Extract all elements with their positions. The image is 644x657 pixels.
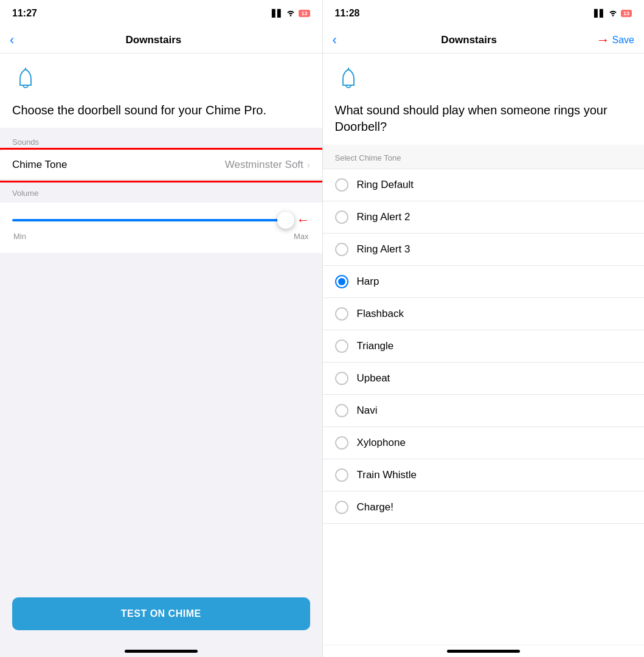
left-home-indicator [0,645,322,657]
left-home-bar [125,650,198,653]
radio-button[interactable] [335,178,348,192]
right-home-indicator [323,645,645,657]
radio-inner [338,278,345,285]
radio-button[interactable] [335,372,348,385]
radio-button[interactable] [335,307,348,321]
left-bell-section: Choose the doorbell sound for your Chime… [0,54,322,128]
tone-name: Harp [357,276,379,288]
right-main-content: What sound should play when someone ring… [323,54,645,645]
tone-name: Train Whistle [357,469,417,481]
tone-list: Ring DefaultRing Alert 2Ring Alert 3Harp… [323,169,645,645]
radio-button[interactable] [335,436,348,450]
right-red-arrow-icon: → [597,32,610,48]
right-time: 11:28 [335,8,360,19]
chime-tone-value-text: Westminster Soft [225,159,303,171]
tone-item[interactable]: Ring Alert 3 [323,234,645,266]
radio-button[interactable] [335,275,348,288]
right-question-text: What sound should play when someone ring… [335,102,632,135]
right-bell-icon-wrap [335,66,632,95]
chime-tone-container: Chime Tone Westminster Soft › [0,150,322,180]
left-status-bar: 11:27 ▋▋ 13 [0,0,322,27]
bell-description-text: Choose the doorbell sound for your Chime… [12,102,310,118]
volume-section-label: Volume [0,180,322,203]
red-arrow-icon: ← [297,212,310,228]
chime-tone-row[interactable]: Chime Tone Westminster Soft › [0,150,322,180]
tone-name: Ring Alert 2 [357,211,410,223]
tone-item[interactable]: Triangle [323,330,645,363]
test-button-section: TEST ON CHIME [0,588,322,645]
tone-name: Navi [357,405,378,417]
tone-item[interactable]: Harp [323,266,645,298]
right-status-bar: 11:28 ▋▋ 13 [323,0,645,27]
select-chime-tone-label: Select Chime Tone [323,145,645,169]
left-status-icons: ▋▋ 13 [272,9,310,18]
chime-tone-value: Westminster Soft › [225,159,310,171]
right-signal-icon: ▋▋ [594,9,605,18]
tone-item[interactable]: Train Whistle [323,459,645,492]
radio-button[interactable] [335,468,348,482]
tone-name: Ring Alert 3 [357,243,410,255]
right-nav-bar: ‹ Downstairs → Save [323,27,645,54]
tone-name: Triangle [357,340,394,352]
tone-item[interactable]: Ring Default [323,169,645,201]
radio-button[interactable] [335,501,348,514]
tone-name: Upbeat [357,372,390,384]
right-home-bar [447,650,520,653]
right-panel: 11:28 ▋▋ 13 ‹ Downstairs → Save [322,0,645,657]
wifi-icon [286,9,296,18]
left-back-button[interactable]: ‹ [10,32,14,48]
tone-name: Xylophone [357,437,406,449]
left-main-content: Choose the doorbell sound for your Chime… [0,54,322,645]
volume-labels: Min Max [12,232,310,241]
right-bell-section: What sound should play when someone ring… [323,54,645,145]
bell-icon-wrap [12,66,310,95]
right-battery-badge: 13 [621,10,632,17]
radio-button[interactable] [335,404,348,417]
volume-thumb[interactable] [277,212,294,229]
left-spacer [0,253,322,588]
volume-max-label: Max [294,232,309,241]
right-status-icons: ▋▋ 13 [594,9,632,18]
radio-button[interactable] [335,339,348,353]
tone-item[interactable]: Ring Alert 2 [323,201,645,234]
left-nav-bar: ‹ Downstairs [0,27,322,54]
chime-tone-label: Chime Tone [12,159,67,171]
tone-name: Charge! [357,501,393,513]
volume-section: ← Min Max [0,203,322,253]
radio-button[interactable] [335,210,348,224]
left-panel: 11:27 ▋▋ 13 ‹ Downstairs Choose the door… [0,0,322,657]
tone-item[interactable]: Flashback [323,298,645,330]
right-wifi-icon [608,9,618,18]
left-time: 11:27 [12,8,37,19]
right-nav-right: → Save [597,32,634,48]
volume-min-label: Min [13,232,26,241]
right-bell-icon [335,66,362,92]
test-on-chime-button[interactable]: TEST ON CHIME [12,597,310,630]
tone-item[interactable]: Xylophone [323,427,645,459]
sounds-section-label: Sounds [0,128,322,150]
tone-item[interactable]: Charge! [323,492,645,524]
right-nav-title: Downstairs [342,34,597,46]
volume-slider-wrap: ← [12,212,310,228]
signal-icon: ▋▋ [272,9,283,18]
tone-name: Flashback [357,308,404,320]
tone-item[interactable]: Navi [323,395,645,427]
left-battery-badge: 13 [299,10,310,17]
chevron-right-icon: › [307,160,310,170]
bell-icon [12,66,39,92]
tone-name: Ring Default [357,179,414,191]
tone-item[interactable]: Upbeat [323,363,645,395]
left-nav-title: Downstairs [19,34,288,46]
right-back-button[interactable]: ‹ [333,32,337,48]
volume-track[interactable] [12,219,286,221]
radio-button[interactable] [335,243,348,256]
save-button[interactable]: Save [612,35,634,46]
